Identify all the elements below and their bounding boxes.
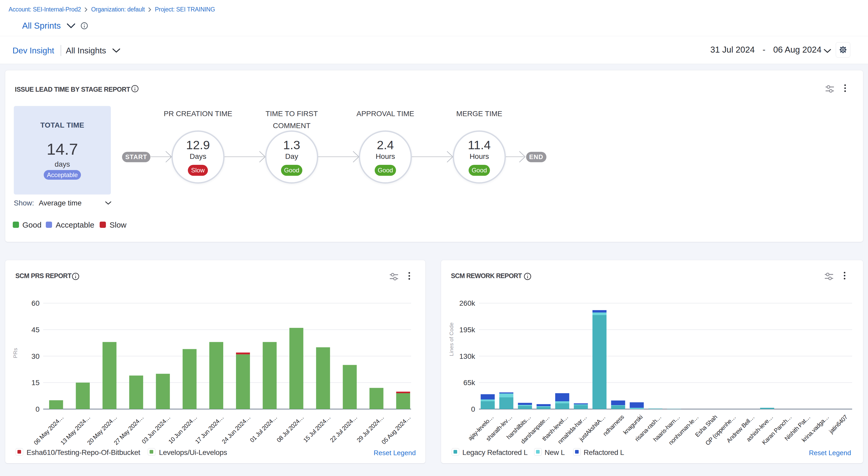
- svg-text:130k: 130k: [459, 352, 475, 360]
- svg-text:60: 60: [31, 299, 39, 307]
- svg-text:65k: 65k: [463, 379, 475, 387]
- svg-text:jatin6407: jatin6407: [828, 414, 849, 435]
- svg-text:15 Jul 2024…: 15 Jul 2024…: [302, 414, 332, 444]
- svg-text:195k: 195k: [459, 326, 475, 334]
- svg-text:01 Jul 2024…: 01 Jul 2024…: [248, 414, 278, 444]
- svg-text:24 Jun 2024…: 24 Jun 2024…: [220, 414, 252, 445]
- svg-text:0: 0: [471, 405, 475, 413]
- svg-text:260k: 260k: [459, 299, 475, 307]
- svg-text:45: 45: [31, 326, 39, 334]
- svg-text:22 Jul 2024…: 22 Jul 2024…: [329, 414, 359, 444]
- svg-text:08 Jul 2024…: 08 Jul 2024…: [275, 414, 305, 444]
- svg-text:30: 30: [31, 352, 39, 360]
- svg-text:Lines of Code: Lines of Code: [448, 322, 454, 356]
- svg-text:PRs: PRs: [12, 348, 18, 358]
- svg-text:0: 0: [35, 405, 39, 413]
- svg-text:29 Jul 2024…: 29 Jul 2024…: [355, 414, 385, 444]
- svg-text:15: 15: [31, 379, 39, 387]
